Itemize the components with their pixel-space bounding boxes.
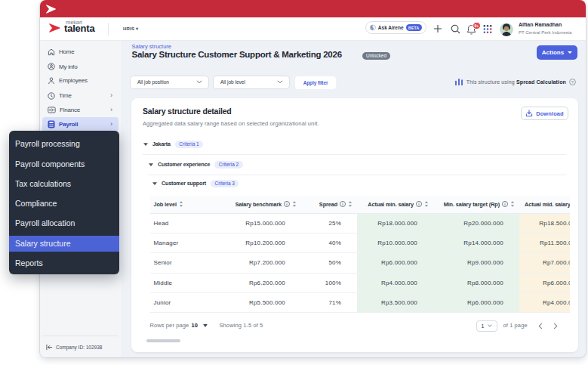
- svg-text:?: ?: [571, 80, 574, 85]
